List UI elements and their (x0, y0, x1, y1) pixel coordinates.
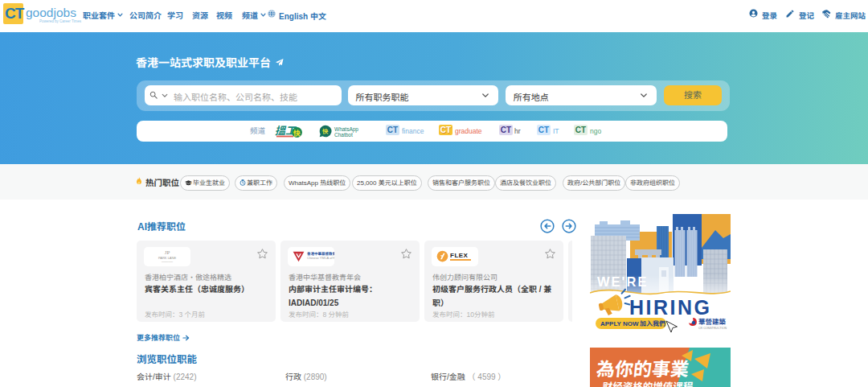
svg-text:财经资格的增值课程: 财经资格的增值课程 (602, 382, 694, 387)
svg-text:快: 快 (322, 128, 329, 135)
svg-text:為你的事業: 為你的事業 (596, 359, 690, 380)
svg-text:CR CONSTRUCTION: CR CONSTRUCTION (698, 327, 727, 330)
svg-text:WE'RE: WE'RE (597, 274, 648, 289)
svg-text:加入我們: 加入我們 (640, 320, 665, 327)
svg-text:華營建築: 華營建築 (698, 318, 727, 326)
svg-text:APPLY NOW: APPLY NOW (600, 320, 639, 327)
svg-text:快: 快 (293, 130, 301, 138)
svg-text:HIRING: HIRING (629, 296, 712, 319)
